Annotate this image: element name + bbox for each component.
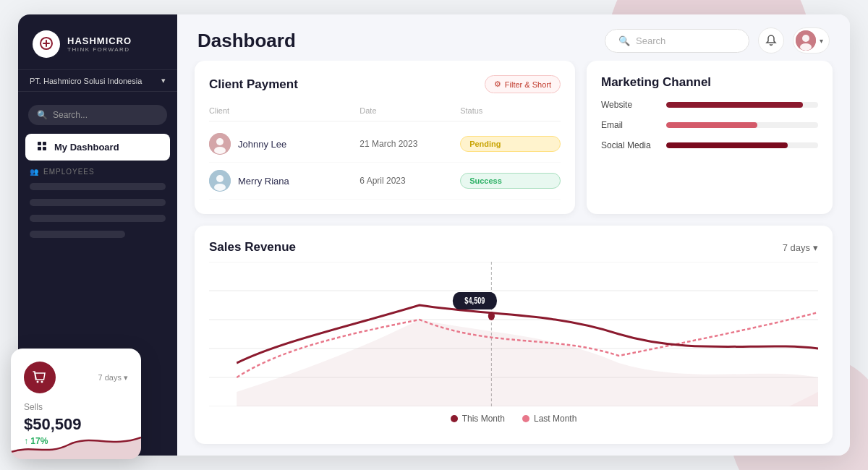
chevron-down-icon: ▾: [124, 373, 128, 383]
search-bar[interactable]: 🔍: [605, 29, 749, 53]
client-name-1: Johnny Lee: [238, 139, 286, 150]
logo-tagline: THINK FORWARD: [67, 46, 132, 53]
status-badge-2: Success: [460, 173, 561, 189]
svg-point-24: [41, 381, 43, 383]
status-badge-1: Pending: [460, 136, 561, 152]
svg-point-12: [214, 184, 226, 191]
svg-point-5: [802, 35, 809, 42]
marketing-channel-title: Marketing Channel: [601, 75, 711, 90]
channel-row-website: Website: [601, 100, 818, 110]
sidebar-section-employees: 👥 EMPLOYEES: [18, 162, 177, 179]
table-row: Merry Riana 6 April 2023 Success: [209, 163, 561, 200]
table-row: Johnny Lee 21 March 2023 Pending: [209, 126, 561, 163]
channel-bar-website: [666, 102, 803, 108]
svg-rect-1: [43, 142, 46, 145]
legend-last-month: Last Month: [522, 414, 576, 424]
company-chevron-icon: ▾: [161, 76, 166, 85]
channel-label-website: Website: [601, 100, 659, 110]
client-cell-1: Johnny Lee: [209, 133, 359, 155]
chart-footer: This Month Last Month: [209, 414, 818, 424]
table-header: Client Date Status: [209, 103, 561, 121]
topbar-right: 🔍: [605, 27, 830, 54]
legend-this-month: This Month: [451, 414, 505, 424]
col-client: Client: [209, 106, 359, 115]
sales-chart: $4,509: [209, 262, 818, 406]
col-status: Status: [460, 106, 561, 115]
sidebar-company[interactable]: PT. Hashmicro Solusi Indonesia ▾: [18, 69, 177, 92]
client-payment-header: Client Payment ⚙ Filter & Short: [209, 75, 561, 93]
sidebar-placeholder-4: [30, 231, 125, 238]
svg-point-20: [488, 312, 495, 320]
floating-sells-card: 7 days ▾ Sells $50,509 ↑ 17%: [11, 349, 141, 459]
legend-dot-this-month: [451, 415, 458, 422]
svg-rect-3: [43, 147, 46, 150]
col-date: Date: [359, 106, 460, 115]
channel-bar-bg-website: [666, 102, 818, 108]
page-title: Dashboard: [197, 30, 296, 52]
date-cell-1: 21 March 2023: [359, 139, 460, 149]
client-avatar-2: [209, 170, 231, 192]
sales-revenue-card: Sales Revenue 7 days ▾: [195, 226, 833, 444]
date-cell-2: 6 April 2023: [359, 176, 460, 186]
dashboard-nav-label: My Dashboard: [54, 142, 119, 153]
chart-container: $4,509: [209, 262, 818, 409]
sells-label: Sells: [24, 402, 128, 412]
svg-text:$4,509: $4,509: [464, 296, 485, 305]
search-icon: 🔍: [618, 35, 630, 46]
sidebar-placeholder-3: [30, 215, 166, 222]
svg-point-23: [37, 381, 39, 383]
avatar: [796, 30, 816, 51]
app-container: HASHMICRO THINK FORWARD PT. Hashmicro So…: [18, 14, 850, 456]
client-avatar-1: [209, 133, 231, 155]
chart-legend: This Month Last Month: [451, 414, 577, 424]
sidebar-search-icon: 🔍: [37, 110, 48, 120]
chevron-down-icon: ▾: [820, 37, 823, 45]
mini-chart-area: [11, 423, 141, 459]
chevron-down-icon: ▾: [813, 242, 818, 253]
employees-icon: 👥: [30, 168, 39, 176]
legend-dot-last-month: [522, 415, 529, 422]
svg-rect-0: [38, 142, 41, 145]
channel-bar-bg-email: [666, 122, 818, 128]
channel-bar-bg-social: [666, 142, 818, 148]
logo-text: HASHMICRO THINK FORWARD: [67, 35, 132, 53]
grid-icon: [37, 141, 47, 153]
svg-rect-2: [38, 147, 41, 150]
client-name-2: Merry Riana: [238, 176, 289, 187]
channel-row-social: Social Media: [601, 140, 818, 150]
channel-label-social: Social Media: [601, 140, 659, 150]
channel-bar-email: [666, 122, 757, 128]
sidebar-search-input[interactable]: [53, 110, 158, 120]
sidebar-placeholder-1: [30, 183, 166, 190]
svg-point-11: [216, 175, 224, 182]
client-payment-title: Client Payment: [209, 77, 298, 92]
client-payment-card: Client Payment ⚙ Filter & Short Client D…: [195, 61, 575, 214]
user-avatar-button[interactable]: ▾: [793, 27, 830, 54]
channel-bar-social: [666, 142, 788, 148]
search-input[interactable]: [636, 35, 736, 46]
svg-point-8: [216, 138, 224, 145]
logo-name: HASHMICRO: [67, 35, 132, 46]
days-selector[interactable]: 7 days ▾: [783, 242, 818, 253]
svg-point-9: [214, 147, 226, 154]
sales-revenue-title: Sales Revenue: [209, 240, 296, 255]
sidebar-logo: HASHMICRO THINK FORWARD: [18, 14, 177, 69]
filter-sort-button[interactable]: ⚙ Filter & Short: [485, 75, 561, 93]
company-name: PT. Hashmicro Solusi Indonesia: [30, 77, 142, 85]
svg-point-6: [800, 43, 812, 51]
topbar: Dashboard 🔍: [177, 14, 850, 61]
main-content: Dashboard 🔍: [177, 14, 850, 456]
sidebar-search[interactable]: 🔍: [28, 105, 167, 125]
client-cell-2: Merry Riana: [209, 170, 359, 192]
sidebar-nav-item-dashboard[interactable]: My Dashboard: [25, 134, 170, 161]
logo-icon: [33, 30, 60, 58]
floating-card-top: 7 days ▾: [24, 362, 128, 393]
marketing-channel-header: Marketing Channel: [601, 75, 818, 90]
sells-icon: [24, 362, 56, 393]
days-mini-selector[interactable]: 7 days ▾: [98, 373, 128, 383]
filter-icon: ⚙: [494, 80, 501, 89]
channel-label-email: Email: [601, 120, 659, 130]
dashboard-grid: Client Payment ⚙ Filter & Short Client D…: [177, 61, 850, 456]
notification-bell[interactable]: [758, 27, 784, 54]
sidebar-placeholder-2: [30, 199, 166, 206]
